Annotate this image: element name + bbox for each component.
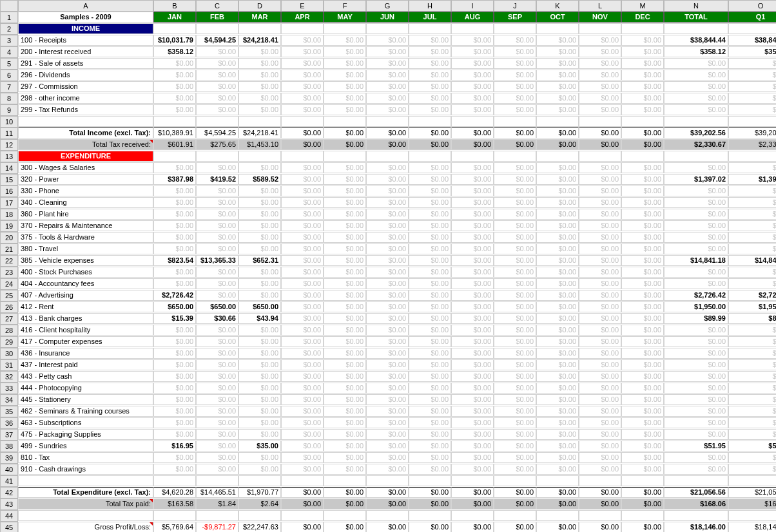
data-cell[interactable]: $358.12 xyxy=(664,46,728,57)
row-header-24[interactable]: 24 xyxy=(0,278,18,290)
empty-cell[interactable] xyxy=(494,23,536,34)
data-cell[interactable]: $0.00 xyxy=(664,464,728,475)
data-cell[interactable]: $0.00 xyxy=(409,359,451,370)
data-cell[interactable]: $0.00 xyxy=(238,417,281,428)
gross-cell[interactable]: $0.00 xyxy=(324,522,366,532)
empty-cell[interactable] xyxy=(451,23,494,34)
row-header-26[interactable]: 26 xyxy=(0,301,18,313)
data-cell[interactable]: $0.00 xyxy=(366,348,409,359)
data-cell[interactable]: $0.00 xyxy=(196,185,238,196)
data-cell[interactable]: $0.00 xyxy=(196,383,238,394)
row-header-25[interactable]: 25 xyxy=(0,290,18,301)
data-cell[interactable]: $0.00 xyxy=(409,464,451,475)
data-cell[interactable]: $0.00 xyxy=(196,70,238,81)
data-cell[interactable]: $0.00 xyxy=(409,46,451,57)
data-cell[interactable]: $0.00 xyxy=(409,255,451,266)
total-income-cell[interactable]: $0.00 xyxy=(451,128,494,138)
col-header-H[interactable]: H xyxy=(409,0,451,12)
data-cell[interactable]: $0.00 xyxy=(664,267,728,278)
data-cell[interactable]: $0.00 xyxy=(153,452,196,463)
gross-cell[interactable]: $0.00 xyxy=(536,522,579,532)
data-cell[interactable]: $0.00 xyxy=(366,162,409,173)
col-header-G[interactable]: G xyxy=(366,0,409,12)
data-cell[interactable]: $0.00 xyxy=(366,336,409,347)
empty-cell[interactable] xyxy=(409,151,451,162)
data-cell[interactable]: $0.00 xyxy=(409,301,451,312)
data-cell[interactable]: $0.00 xyxy=(536,58,579,69)
total-income-cell[interactable]: $0.00 xyxy=(494,128,536,138)
col-header-D[interactable]: D xyxy=(238,0,281,12)
data-cell[interactable]: $0.00 xyxy=(536,452,579,463)
data-cell[interactable]: $0.00 xyxy=(281,359,324,370)
data-cell[interactable]: $0.00 xyxy=(238,406,281,417)
data-cell[interactable]: $0.00 xyxy=(366,371,409,382)
data-cell[interactable]: $0.00 xyxy=(324,452,366,463)
gross-cell[interactable]: $0.00 xyxy=(621,522,664,532)
col-header-I[interactable]: I xyxy=(451,0,494,12)
data-cell[interactable]: $0.00 xyxy=(238,197,281,208)
row-header-17[interactable]: 17 xyxy=(0,197,18,209)
data-cell[interactable]: $0.00 xyxy=(238,232,281,243)
data-cell[interactable]: $0.00 xyxy=(281,406,324,417)
month-header-MAY[interactable]: MAY xyxy=(324,12,366,23)
data-cell[interactable]: $0.00 xyxy=(281,371,324,382)
empty-cell[interactable] xyxy=(728,116,776,127)
row-header-43[interactable]: 43 xyxy=(0,499,18,510)
data-cell[interactable]: $0.00 xyxy=(494,417,536,428)
data-cell[interactable]: $0.00 xyxy=(281,348,324,359)
data-cell[interactable]: $0.00 xyxy=(728,243,776,254)
row-label[interactable]: 404 - Accountancy fees xyxy=(18,278,153,289)
data-cell[interactable]: $0.00 xyxy=(451,232,494,243)
data-cell[interactable]: $0.00 xyxy=(579,313,621,324)
data-cell[interactable]: $0.00 xyxy=(366,452,409,463)
data-cell[interactable]: $0.00 xyxy=(409,93,451,104)
data-cell[interactable]: $0.00 xyxy=(728,325,776,336)
data-cell[interactable]: $0.00 xyxy=(153,348,196,359)
data-cell[interactable]: $0.00 xyxy=(451,429,494,440)
data-cell[interactable]: $0.00 xyxy=(494,93,536,104)
data-cell[interactable]: $0.00 xyxy=(409,81,451,92)
total-exp-cell[interactable]: $14,465.51 xyxy=(196,487,238,498)
data-cell[interactable]: $0.00 xyxy=(238,371,281,382)
data-cell[interactable]: $0.00 xyxy=(238,348,281,359)
data-cell[interactable]: $0.00 xyxy=(664,359,728,370)
data-cell[interactable]: $0.00 xyxy=(238,464,281,475)
data-cell[interactable]: $0.00 xyxy=(196,359,238,370)
row-label[interactable]: 436 - Insurance xyxy=(18,348,153,359)
data-cell[interactable]: $0.00 xyxy=(579,197,621,208)
data-cell[interactable]: $0.00 xyxy=(494,336,536,347)
data-cell[interactable]: $0.00 xyxy=(409,441,451,451)
data-cell[interactable]: $0.00 xyxy=(664,70,728,81)
data-cell[interactable]: $0.00 xyxy=(281,255,324,266)
data-cell[interactable]: $0.00 xyxy=(579,232,621,243)
tax-paid-cell[interactable]: $0.00 xyxy=(494,499,536,509)
col-header-B[interactable]: B xyxy=(153,0,196,12)
month-header-TOTAL[interactable]: TOTAL xyxy=(664,12,728,23)
data-cell[interactable]: $0.00 xyxy=(324,243,366,254)
data-cell[interactable]: $0.00 xyxy=(238,394,281,405)
row-label[interactable]: 444 - Photocopying xyxy=(18,383,153,394)
row-label[interactable]: 299 - Tax Refunds xyxy=(18,104,153,115)
data-cell[interactable]: $0.00 xyxy=(153,464,196,475)
row-label[interactable]: 300 - Wages & Salaries xyxy=(18,162,153,173)
data-cell[interactable]: $0.00 xyxy=(366,209,409,220)
data-cell[interactable]: $0.00 xyxy=(409,70,451,81)
row-header-27[interactable]: 27 xyxy=(0,313,18,325)
data-cell[interactable]: $0.00 xyxy=(494,232,536,243)
data-cell[interactable]: $51.95 xyxy=(664,441,728,451)
data-cell[interactable]: $0.00 xyxy=(324,417,366,428)
data-cell[interactable]: $0.00 xyxy=(153,197,196,208)
data-cell[interactable]: $0.00 xyxy=(366,70,409,81)
data-cell[interactable]: $0.00 xyxy=(451,35,494,46)
total-exp-cell[interactable]: $0.00 xyxy=(366,487,409,498)
col-header-C[interactable]: C xyxy=(196,0,238,12)
data-cell[interactable]: $0.00 xyxy=(366,220,409,231)
data-cell[interactable]: $0.00 xyxy=(579,348,621,359)
data-cell[interactable]: $0.00 xyxy=(153,185,196,196)
empty-cell[interactable] xyxy=(238,23,281,34)
data-cell[interactable]: $0.00 xyxy=(196,104,238,115)
row-header-33[interactable]: 33 xyxy=(0,383,18,394)
data-cell[interactable]: $0.00 xyxy=(238,70,281,81)
data-cell[interactable]: $0.00 xyxy=(494,104,536,115)
data-cell[interactable]: $0.00 xyxy=(196,267,238,278)
